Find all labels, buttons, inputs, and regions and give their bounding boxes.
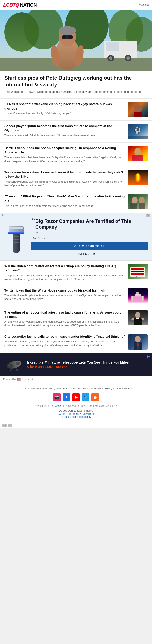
facebook-icon: f (66, 395, 67, 399)
article-thumbnail (128, 102, 148, 117)
svg-rect-40 (13, 236, 19, 237)
article-desc: A right-wing outlet weaponized Grindr da… (4, 320, 126, 328)
svg-point-81 (9, 365, 10, 366)
svg-rect-37 (130, 203, 137, 210)
weekly-newsletter-link[interactable]: Switch to the Weekly Newsletter (57, 412, 94, 416)
svg-rect-44 (13, 242, 19, 243)
hero-desc: He's working out in DC's sweltering heat… (4, 90, 148, 94)
svg-point-71 (135, 336, 141, 342)
article-content: Cardi B denounces the notion of "queerba… (4, 146, 126, 163)
telescope-cta[interactable]: Click Here To Learn More>> (27, 365, 148, 368)
article-title: Will the Biden administration retract a … (4, 264, 126, 273)
liveintent-brand: LiveIntent (22, 378, 33, 380)
or-label: or (61, 416, 63, 418)
svg-point-10 (109, 56, 112, 60)
telescope-image (4, 356, 24, 372)
corner-ad-area: Ad Ad (0, 423, 152, 428)
quote-open: “ (31, 217, 35, 224)
article-title: City councilor facing calls to resign sa… (4, 334, 126, 339)
article-item[interactable]: Soccer player Quinn becomes the first tr… (0, 120, 152, 142)
visit-site-link[interactable]: Visit site (139, 4, 149, 6)
article-thumbnail: ⚽ (128, 124, 148, 139)
article-item[interactable]: Will the Biden administration retract a … (0, 260, 152, 285)
hero-article: Shirtless pics of Pete Buttigieg working… (0, 71, 152, 98)
svg-rect-23 (134, 112, 142, 117)
logo: LGBTQ NATION (3, 2, 37, 8)
svg-rect-62 (142, 296, 143, 301)
svg-rect-61 (135, 296, 136, 301)
article-title: Twitter jokes that the White House came … (4, 288, 126, 292)
svg-rect-8 (106, 42, 119, 50)
article-item[interactable]: The outing of a hypocritical priest is a… (0, 307, 152, 331)
rss-button[interactable]: ◉ (91, 394, 99, 401)
article-thumbnail (128, 170, 148, 185)
youtube-button[interactable]: ▶ (72, 394, 80, 401)
razor-image (4, 220, 28, 254)
article-content: City councilor facing calls to resign sa… (4, 334, 126, 350)
article-content: "True stud" Elliot Page and "heartthrob"… (4, 194, 126, 210)
ad-label-right: Ad (146, 214, 150, 217)
article-item[interactable]: "True stud" Elliot Page and "heartthrob"… (0, 191, 152, 213)
telescope-ad: Incredible Miniature Telescope Lets You … (0, 353, 152, 376)
article-desc: He laughed when he was told his brother … (4, 180, 126, 188)
facebook-button[interactable]: f (63, 394, 70, 401)
email-notice: This email was sent to xxxxxx@gmail.com … (4, 387, 148, 390)
svg-rect-67 (136, 318, 139, 319)
ad-badge-2: Ad (7, 424, 12, 427)
article-item[interactable]: Twitter jokes that the White House came … (0, 285, 152, 307)
svg-point-22 (134, 104, 142, 113)
ad-brand: SHAVEKIT (31, 252, 148, 256)
article-title: Soccer player Quinn becomes the first tr… (4, 124, 126, 133)
email-container: LGBTQ NATION Visit site (0, 0, 152, 428)
svg-rect-42 (13, 239, 19, 240)
article-item[interactable]: Texas man burns down home with mom & bro… (0, 167, 152, 191)
svg-point-35 (132, 197, 138, 204)
hero-image (0, 10, 152, 71)
article-thumbnail (128, 334, 148, 350)
hero-title: Shirtless pics of Pete Buttigieg working… (4, 74, 148, 88)
article-desc: The soccer star said of their historic m… (4, 134, 126, 138)
article-thumbnail (128, 288, 148, 304)
svg-rect-51 (131, 268, 145, 270)
svg-point-65 (135, 312, 141, 318)
ad-triangle-icon: ▶ (147, 354, 150, 358)
article-item[interactable]: Lil Nas X spent the weekend clapping bac… (0, 98, 152, 120)
svg-rect-29 (133, 156, 143, 161)
lgbtq-nation-link[interactable]: LGBTQ Nation (44, 404, 61, 408)
svg-point-80 (9, 364, 11, 367)
article-desc: This is a "reunion" of two Netflix stars… (4, 204, 126, 208)
article-content: Texas man burns down home with mom & bro… (4, 170, 126, 188)
article-thumbnail (128, 146, 148, 161)
article-title: Cardi B denounces the notion of "queerba… (4, 146, 126, 155)
powered-by-bar: Powered by LiveIntent (0, 376, 152, 383)
email-header: LGBTQ NATION Visit site (0, 0, 152, 10)
telescope-headline: Incredible Miniature Telescope Lets You … (27, 360, 148, 365)
instagram-button[interactable]: 📷 (53, 394, 61, 401)
article-content: Soccer player Quinn becomes the first tr… (4, 124, 126, 139)
unsubscribe-link[interactable]: unsubscribe completely (64, 416, 91, 418)
svg-rect-41 (13, 238, 19, 238)
svg-rect-75 (139, 342, 142, 350)
article-title: Texas man burns down home with mom & bro… (4, 170, 126, 179)
telescope-ad-content: Incredible Miniature Telescope Lets You … (27, 360, 148, 368)
article-thumbnail (128, 310, 148, 326)
rss-icon: ◉ (94, 395, 97, 399)
svg-rect-43 (13, 241, 19, 242)
article-item[interactable]: City councilor facing calls to resign sa… (0, 331, 152, 353)
twitter-button[interactable]: 🐦 (82, 394, 89, 401)
svg-rect-26 (128, 136, 148, 139)
article-desc: The White House lit up in the American c… (4, 294, 126, 301)
ad-headline: Big Razor Companies Are Terrified of Thi… (35, 218, 148, 230)
shavekit-ad: Ad Ad (0, 213, 152, 260)
instagram-icon: 📷 (55, 395, 59, 399)
svg-rect-48 (9, 227, 23, 228)
ad-source: - Men's Health (31, 237, 148, 240)
svg-point-28 (134, 148, 141, 156)
twitter-icon: 🐦 (83, 395, 88, 399)
article-item[interactable]: Cardi B denounces the notion of "queerba… (0, 142, 152, 167)
article-desc: The article explains that there have bee… (4, 156, 126, 163)
svg-rect-16 (62, 35, 67, 38)
social-icons-row: 📷 f ▶ 🐦 ◉ (4, 394, 148, 401)
claim-trial-button[interactable]: CLAIM YOUR TRIAL (31, 242, 148, 250)
svg-text:⚽: ⚽ (134, 127, 141, 134)
